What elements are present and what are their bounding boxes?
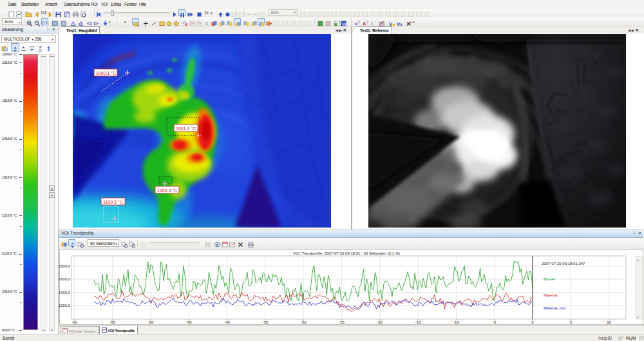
svg-text:1199.3 °C: 1199.3 °C xyxy=(103,200,123,204)
svg-text:1800,0: 1800,0 xyxy=(59,264,71,268)
svg-text:1400,0: 1400,0 xyxy=(59,291,71,295)
svg-text:Material_Out: Material_Out xyxy=(544,306,566,310)
svg-text:VOI: Trendprofile: 2007-07-20: VOI: Trendprofile: 2007-07-20 09:18:01 -… xyxy=(293,251,400,255)
svg-text:2: 2 xyxy=(358,20,360,24)
svg-text:1090.1 °C: 1090.1 °C xyxy=(96,71,116,75)
svg-text:2007-07-20 09:18:01,047: 2007-07-20 09:18:01,047 xyxy=(542,262,585,266)
svg-text:-20: -20 xyxy=(377,320,383,324)
svg-text:1: 1 xyxy=(374,20,376,24)
svg-text:-50: -50 xyxy=(148,320,154,324)
svg-text:-10: -10 xyxy=(453,320,459,324)
svg-text:Material: Material xyxy=(544,293,557,297)
svg-text:-60: -60 xyxy=(71,320,77,324)
svg-text:-15: -15 xyxy=(415,320,421,324)
svg-text:1200,0: 1200,0 xyxy=(59,304,71,307)
svg-text:-5: -5 xyxy=(493,320,497,324)
svg-text:10: 10 xyxy=(607,320,611,324)
svg-text:1601.3 °C: 1601.3 °C xyxy=(176,126,196,131)
svg-text:-35: -35 xyxy=(263,320,269,324)
svg-text:1600,0: 1600,0 xyxy=(59,277,71,281)
svg-text:2: 2 xyxy=(366,20,368,24)
svg-text:1350.3 °C: 1350.3 °C xyxy=(157,188,177,193)
svg-text:-45: -45 xyxy=(186,320,192,324)
svg-text:W: W xyxy=(342,22,346,26)
svg-text:-40: -40 xyxy=(224,320,230,324)
svg-text:Burner: Burner xyxy=(544,277,555,281)
svg-text:-25: -25 xyxy=(339,320,345,324)
svg-text:-30: -30 xyxy=(301,320,307,324)
svg-text:-55: -55 xyxy=(109,320,115,324)
